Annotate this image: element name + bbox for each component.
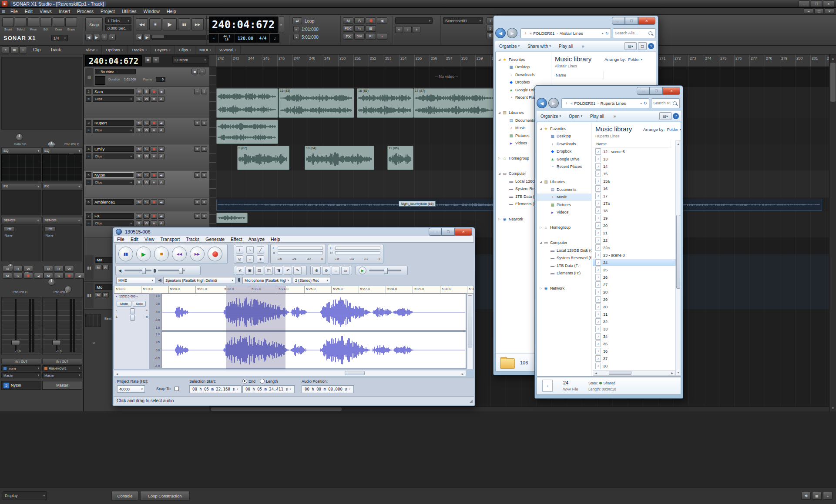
back-button[interactable]: ◀ [495, 28, 506, 38]
file-row[interactable]: 14 [593, 163, 675, 170]
inspector-tab-track[interactable]: 5 Nyton [1, 381, 41, 390]
clip-emily-10-84[interactable]: 10 (84) [305, 146, 374, 170]
tool-button[interactable]: Edit [40, 17, 52, 31]
crumb-overflow[interactable]: « [530, 31, 532, 36]
play-button[interactable]: ▶ [136, 247, 151, 261]
pause-button[interactable]: ▮▮ [178, 18, 190, 30]
track-expand-icon[interactable]: ⇕ [201, 120, 207, 126]
search-box[interactable] [613, 28, 655, 38]
menu-item[interactable]: Edit [21, 8, 36, 14]
timeshift-tool[interactable]: ↔ [246, 255, 254, 263]
crumb-leaf[interactable]: Alistair Lines [560, 31, 583, 36]
tempo-cell[interactable]: 120.00 [235, 34, 256, 43]
project-rate-select[interactable]: 48000 [117, 385, 145, 393]
input-device-select[interactable]: Microphone (Realtek High [242, 277, 291, 284]
vscroll-thumb[interactable] [468, 295, 472, 347]
mdi-minimize-button[interactable]: – [804, 8, 813, 14]
mdi-close-button[interactable]: × [825, 8, 834, 14]
menu-item[interactable]: Edit [128, 237, 141, 242]
mute-all-button[interactable]: M [343, 17, 353, 24]
track-menu-icon[interactable]: ≡ [194, 199, 200, 205]
nav-item[interactable]: Desktop [537, 133, 591, 140]
trackview-menu-item[interactable]: Options▾ [102, 46, 128, 54]
menu-item[interactable]: Window [140, 8, 163, 14]
file-row[interactable]: 17a [593, 200, 675, 207]
mute-button[interactable]: M [136, 120, 142, 126]
file-row[interactable]: 35 [593, 340, 675, 347]
snap-value-dropdown[interactable]: 1 Ticks [105, 17, 131, 24]
audacity-hscrollbar[interactable]: ◀ ▶ [114, 370, 466, 376]
draw-tool[interactable]: ╱ [257, 246, 264, 254]
menu-item[interactable]: Project [97, 8, 118, 14]
nav-item[interactable]: Local 128GB Disk (C: [537, 247, 591, 254]
trackview-menu-item[interactable]: Tracks▾ [128, 46, 151, 54]
video-options-icon[interactable]: ≡ [199, 69, 205, 74]
hscroll-thumb[interactable] [609, 371, 631, 375]
track-vscrollbar[interactable] [467, 294, 473, 369]
arrange-by[interactable]: Arrange by: Folder ▾ [643, 127, 681, 132]
close-button[interactable]: × [663, 87, 680, 95]
menu-item[interactable]: Effect [228, 237, 245, 242]
tool-button[interactable]: Erase [65, 17, 77, 31]
command-item[interactable]: » [578, 41, 590, 51]
fx-button[interactable]: ∗ [151, 96, 157, 102]
play-button[interactable]: ▶ [163, 18, 177, 30]
explorer-titlebar[interactable]: –□× [535, 86, 683, 96]
volume-fader[interactable] [11, 340, 20, 345]
auto-button[interactable]: A [158, 127, 165, 133]
dock-grid-icon[interactable]: ▦ [812, 492, 822, 500]
copy-icon[interactable]: ▣ [245, 267, 254, 275]
volume-fader[interactable] [52, 340, 61, 345]
maximize-button[interactable]: □ [625, 17, 638, 25]
menu-item[interactable]: Transport [158, 237, 183, 242]
echo-button[interactable]: ◀) [158, 146, 165, 152]
file-row[interactable]: 27 [593, 281, 675, 288]
file-row[interactable]: 17 [593, 192, 675, 200]
track-expand-icon[interactable]: ⇕ [201, 146, 207, 152]
arm-all-button[interactable] [366, 17, 376, 24]
output-dropdown-right[interactable]: Master [42, 372, 82, 378]
menu-item[interactable]: Views [36, 8, 55, 14]
vscroll-down-arrow[interactable]: ▼ [676, 370, 680, 375]
arrange-by[interactable]: Arrange by: Folder ▾ [604, 57, 642, 62]
dock-menu-icon[interactable]: ≡ [823, 492, 833, 500]
file-row[interactable]: 12 - scene 5 [593, 148, 675, 155]
read-button[interactable]: R [136, 180, 142, 185]
menu-item[interactable]: Help [163, 8, 180, 14]
output-volume-slider[interactable] [124, 270, 151, 271]
minimize-button[interactable]: – [429, 228, 442, 236]
nav-item[interactable] [537, 216, 591, 224]
clips-hscrollbar[interactable] [209, 406, 829, 411]
command-item[interactable]: Open▾ [565, 111, 586, 121]
nav-item[interactable] [537, 231, 591, 239]
loop-end-time[interactable]: 5:01:000 [302, 35, 319, 40]
envelope-tool[interactable]: ~ [246, 246, 254, 254]
audio-position-field[interactable]: 00 h 00 m 00,000 s [302, 385, 354, 393]
fx-header-right[interactable]: FX▸ [42, 183, 82, 189]
file-row[interactable]: 20 [593, 222, 675, 229]
arm-button[interactable] [151, 146, 157, 152]
nav-item[interactable]: Music [537, 194, 591, 201]
arm-button[interactable] [151, 213, 157, 219]
nav-item[interactable]: ◢ Computer [537, 239, 591, 247]
command-item[interactable]: » [609, 111, 621, 121]
auto-button[interactable]: A [158, 154, 165, 159]
trackview-menu-item[interactable]: MIDI▾ [195, 46, 215, 54]
samplerate-cell[interactable]: 44.116 [219, 34, 235, 43]
input-dropdown-left[interactable]: -none- [1, 365, 41, 371]
arm-button[interactable] [151, 89, 157, 94]
track-header-ambience1[interactable]: 6 Ambience1 M S ◀) ≡ ⇕ [84, 197, 209, 211]
send-level-knob-right[interactable] [48, 278, 55, 286]
read-button[interactable]: R [136, 127, 142, 133]
fx-bin-left[interactable] [1, 190, 41, 215]
skip-start-button[interactable]: ◀◀ [172, 247, 187, 261]
mute-button[interactable]: M [3, 273, 12, 279]
track-header-rupert[interactable]: 3 Rupert M S ◀) ≡ ⇕ ≈ Clips R W ∗ A [84, 118, 209, 144]
file-row[interactable]: 16 [593, 185, 675, 192]
command-item[interactable]: Share with▾ [524, 41, 555, 51]
track-name[interactable]: Ambience1 [93, 199, 134, 205]
trackview-mini-button-2[interactable]: ≈ [152, 57, 159, 63]
file-row[interactable]: 22 [593, 237, 675, 244]
screenset-dropdown[interactable]: Screenset01 [443, 17, 483, 24]
nav-item[interactable]: ◢ Libraries [537, 178, 591, 186]
